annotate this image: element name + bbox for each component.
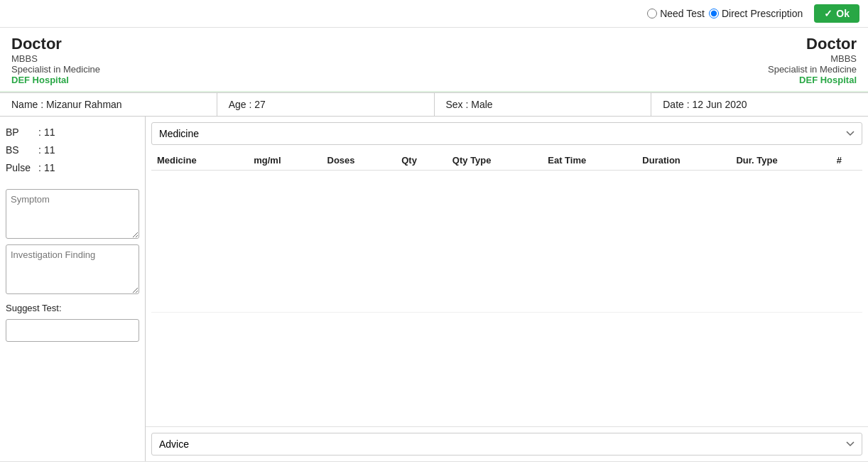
- col-duration: Duration: [636, 151, 730, 171]
- patient-age-field: Age : 27: [217, 93, 435, 116]
- col-dur-type: Dur. Type: [730, 151, 830, 171]
- pulse-colon: :: [38, 159, 41, 177]
- need-test-text: Need Test: [660, 8, 705, 19]
- need-test-radio[interactable]: [647, 9, 657, 18]
- radio-group: Need Test Direct Prescription: [647, 8, 803, 19]
- doctor-right: Doctor MBBS Specialist in Medicine DEF H…: [768, 35, 857, 85]
- need-test-label[interactable]: Need Test: [647, 8, 705, 19]
- patient-bar: Name : Mizanur Rahman Age : 27 Sex : Mal…: [0, 92, 868, 117]
- patient-sex-field: Sex : Male: [435, 93, 652, 116]
- symptom-textarea[interactable]: [6, 189, 139, 239]
- suggest-test-label: Suggest Test:: [6, 303, 139, 313]
- suggest-test-input[interactable]: [6, 319, 139, 342]
- medicine-table-wrap: Medicine mg/ml Doses Qty Qty Type Eat Ti…: [146, 145, 868, 426]
- col-mgml: mg/ml: [248, 151, 321, 171]
- medicine-select-wrap: Medicine: [146, 117, 868, 145]
- bp-row: BP : 11: [6, 124, 139, 141]
- footer: This is computer generated Prescription.…: [0, 461, 868, 469]
- right-content: Medicine Medicine mg/ml Doses Qty Qty Ty…: [146, 117, 868, 461]
- medicine-table-body: [151, 171, 862, 313]
- vitals-section: BP : 11 BS : 11 Pulse : 11: [6, 124, 139, 183]
- direct-prescription-label[interactable]: Direct Prescription: [709, 8, 803, 19]
- top-bar: Need Test Direct Prescription ✓ Ok: [0, 0, 868, 28]
- bs-colon: :: [38, 141, 41, 159]
- col-eat-time: Eat Time: [542, 151, 636, 171]
- main-content: BP : 11 BS : 11 Pulse : 11 Suggest Test:: [0, 117, 868, 461]
- pulse-row: Pulse : 11: [6, 159, 139, 177]
- advice-select[interactable]: Advice: [151, 433, 862, 455]
- medicine-select[interactable]: Medicine: [151, 122, 862, 145]
- advice-wrap: Advice: [146, 426, 868, 461]
- doctor-hospital-left: DEF Hospital: [11, 75, 100, 85]
- doctor-left: Doctor MBBS Specialist in Medicine DEF H…: [11, 35, 100, 85]
- direct-prescription-text: Direct Prescription: [722, 8, 803, 19]
- left-sidebar: BP : 11 BS : 11 Pulse : 11 Suggest Test:: [0, 117, 146, 461]
- col-medicine: Medicine: [151, 151, 248, 171]
- doctor-spec-right: Specialist in Medicine: [768, 64, 857, 75]
- bp-label: BP: [6, 124, 36, 141]
- table-row-empty: [151, 171, 862, 313]
- bp-colon: :: [38, 124, 41, 141]
- pulse-value: 11: [44, 159, 55, 177]
- col-qty: Qty: [396, 151, 447, 171]
- bs-value: 11: [44, 141, 55, 159]
- col-hash: #: [831, 151, 862, 171]
- doctor-hospital-right: DEF Hospital: [799, 75, 857, 85]
- patient-name-field: Name : Mizanur Rahman: [0, 93, 217, 116]
- ok-label: Ok: [836, 8, 850, 19]
- doctor-header: Doctor MBBS Specialist in Medicine DEF H…: [0, 28, 868, 92]
- check-icon: ✓: [824, 8, 832, 19]
- doctor-degree-left: MBBS: [11, 53, 100, 64]
- medicine-table: Medicine mg/ml Doses Qty Qty Type Eat Ti…: [151, 151, 862, 313]
- direct-prescription-radio[interactable]: [709, 9, 719, 18]
- col-qty-type: Qty Type: [447, 151, 542, 171]
- ok-button[interactable]: ✓ Ok: [814, 4, 859, 23]
- doctor-degree-right: MBBS: [830, 53, 857, 64]
- doctor-spec-left: Specialist in Medicine: [11, 64, 100, 75]
- doctor-name-right: Doctor: [806, 35, 857, 53]
- col-doses: Doses: [322, 151, 396, 171]
- medicine-table-header: Medicine mg/ml Doses Qty Qty Type Eat Ti…: [151, 151, 862, 171]
- doctor-name-left: Doctor: [11, 35, 100, 53]
- investigation-textarea[interactable]: [6, 244, 139, 294]
- bs-row: BS : 11: [6, 141, 139, 159]
- patient-date-field: Date : 12 Jun 2020: [651, 93, 868, 116]
- pulse-label: Pulse: [6, 159, 36, 177]
- bs-label: BS: [6, 141, 36, 159]
- bp-value: 11: [44, 124, 55, 141]
